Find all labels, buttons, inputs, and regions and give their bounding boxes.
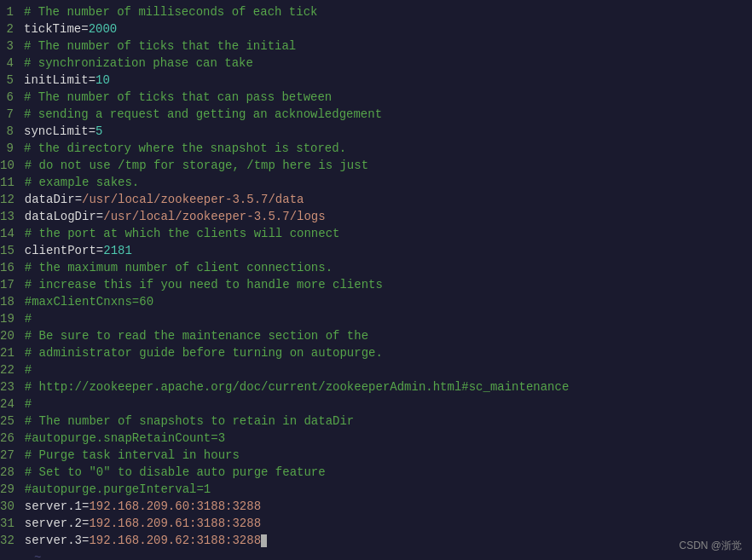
code-line-32: 32 server.3=192.168.209.62:3188:3288	[0, 532, 752, 549]
line-number-15: 15	[0, 242, 25, 259]
code-line-22: 22 #	[0, 361, 752, 378]
line-number-30: 30	[0, 498, 25, 515]
code-line-23: 23 # http://zookeeper.apache.org/doc/cur…	[0, 378, 752, 395]
line-content-14: # the port at which the clients will con…	[25, 225, 340, 242]
line-number-26: 26	[0, 430, 25, 447]
line-content-9: # the directory where the snapshot is st…	[24, 140, 346, 157]
text-cursor	[261, 534, 267, 547]
line-content-26: #autopurge.snapRetainCount=3	[25, 430, 225, 447]
line-number-21: 21	[0, 344, 25, 361]
code-line-13: 13 dataLogDir=/usr/local/zookeeper-3.5.7…	[0, 208, 752, 225]
editor-container: 1 # The number of milliseconds of each t…	[0, 0, 752, 560]
code-line-31: 31 server.2=192.168.209.61:3188:3288	[0, 515, 752, 532]
line-content-18: #maxClientCnxns=60	[25, 293, 153, 310]
line-number-6: 6	[0, 89, 24, 106]
code-line-12: 12 dataDir=/usr/local/zookeeper-3.5.7/da…	[0, 191, 752, 208]
line-content-29: #autopurge.purgeInterval=1	[25, 481, 211, 498]
code-line-1: 1 # The number of milliseconds of each t…	[0, 3, 752, 20]
line-number-28: 28	[0, 464, 25, 481]
line-content-10: # do not use /tmp for storage, /tmp here…	[25, 157, 368, 174]
code-line-27: 27 # Purge task interval in hours	[0, 447, 752, 464]
line-content-20: # Be sure to read the maintenance sectio…	[25, 327, 368, 344]
line-number-27: 27	[0, 447, 25, 464]
line-content-13: dataLogDir=/usr/local/zookeeper-3.5.7/lo…	[25, 208, 326, 225]
line-number-17: 17	[0, 276, 25, 293]
line-content-17: # increase this if you need to handle mo…	[25, 276, 383, 293]
line-number-3: 3	[0, 38, 24, 55]
line-number-18: 18	[0, 293, 25, 310]
line-number-4: 4	[0, 55, 24, 72]
code-line-28: 28 # Set to "0" to disable auto purge fe…	[0, 464, 752, 481]
code-line-11: 11 # example sakes.	[0, 174, 752, 191]
code-line-24: 24 #	[0, 395, 752, 413]
line-content-7: # sending a request and getting an ackno…	[24, 106, 382, 123]
code-line-30: 30 server.1=192.168.209.60:3188:3288	[0, 498, 752, 515]
line-content-23: # http://zookeeper.apache.org/doc/curren…	[25, 378, 570, 395]
code-line-26: 26 #autopurge.snapRetainCount=3	[0, 430, 752, 447]
line-content-12: dataDir=/usr/local/zookeeper-3.5.7/data	[25, 191, 304, 208]
code-line-6: 6 # The number of ticks that can pass be…	[0, 89, 752, 106]
line-number-1: 1	[0, 3, 24, 20]
line-number-16: 16	[0, 259, 25, 276]
line-content-21: # administrator guide before turning on …	[25, 344, 383, 361]
line-content-32: server.3=192.168.209.62:3188:3288	[25, 532, 267, 549]
line-number-20: 20	[0, 327, 25, 344]
line-content-8: syncLimit=5	[24, 123, 102, 140]
line-number-7: 7	[0, 106, 24, 123]
line-number-22: 22	[0, 361, 25, 378]
line-content-1: # The number of milliseconds of each tic…	[24, 3, 317, 20]
code-line-20: 20 # Be sure to read the maintenance sec…	[0, 327, 752, 344]
line-number-19: 19	[0, 310, 25, 327]
line-number-11: 11	[0, 174, 25, 191]
line-number-9: 9	[0, 140, 24, 157]
code-line-4: 4 # synchronization phase can take	[0, 55, 752, 72]
line-content-30: server.1=192.168.209.60:3188:3288	[25, 498, 261, 515]
tilde-line: ~	[0, 549, 752, 560]
line-number-13: 13	[0, 208, 25, 225]
line-content-5: initLimit=10	[24, 72, 110, 89]
code-line-3: 3 # The number of ticks that the initial	[0, 38, 752, 55]
line-number-5: 5	[0, 72, 24, 89]
watermark: CSDN @浙觉	[679, 539, 742, 553]
line-content-28: # Set to "0" to disable auto purge featu…	[25, 464, 326, 481]
code-line-14: 14 # the port at which the clients will …	[0, 225, 752, 242]
code-line-2: 2 tickTime=2000	[0, 20, 752, 38]
line-content-31: server.2=192.168.209.61:3188:3288	[25, 515, 261, 532]
line-number-31: 31	[0, 515, 25, 532]
line-content-6: # The number of ticks that can pass betw…	[24, 89, 332, 106]
line-number-24: 24	[0, 395, 25, 413]
code-line-19: 19 #	[0, 310, 752, 327]
line-number-8: 8	[0, 123, 24, 140]
line-number-12: 12	[0, 191, 25, 208]
line-content-4: # synchronization phase can take	[24, 55, 253, 72]
line-number-23: 23	[0, 378, 25, 395]
line-number-2: 2	[0, 20, 24, 38]
code-line-10: 10 # do not use /tmp for storage, /tmp h…	[0, 157, 752, 174]
line-content-3: # The number of ticks that the initial	[24, 38, 296, 55]
line-content-2: tickTime=2000	[24, 20, 117, 38]
line-content-25: # The number of snapshots to retain in d…	[25, 413, 354, 430]
line-content-16: # the maximum number of client connectio…	[25, 259, 333, 276]
line-content-15: clientPort=2181	[25, 242, 132, 259]
line-content-24: #	[25, 395, 32, 413]
line-content-11: # example sakes.	[25, 174, 139, 191]
code-line-18: 18 #maxClientCnxns=60	[0, 293, 752, 310]
line-content-27: # Purge task interval in hours	[25, 447, 240, 464]
line-number-25: 25	[0, 413, 25, 430]
code-line-21: 21 # administrator guide before turning …	[0, 344, 752, 361]
code-line-16: 16 # the maximum number of client connec…	[0, 259, 752, 276]
line-content-22: #	[25, 361, 32, 378]
line-number-10: 10	[0, 157, 25, 174]
code-line-25: 25 # The number of snapshots to retain i…	[0, 413, 752, 430]
line-number-32: 32	[0, 532, 25, 549]
code-line-17: 17 # increase this if you need to handle…	[0, 276, 752, 293]
code-line-8: 8 syncLimit=5	[0, 123, 752, 140]
code-line-5: 5 initLimit=10	[0, 72, 752, 89]
code-line-15: 15 clientPort=2181	[0, 242, 752, 259]
code-line-9: 9 # the directory where the snapshot is …	[0, 140, 752, 157]
line-number-14: 14	[0, 225, 25, 242]
line-number-29: 29	[0, 481, 25, 498]
code-line-7: 7 # sending a request and getting an ack…	[0, 106, 752, 123]
code-line-29: 29 #autopurge.purgeInterval=1	[0, 481, 752, 498]
line-content-19: #	[25, 310, 32, 327]
